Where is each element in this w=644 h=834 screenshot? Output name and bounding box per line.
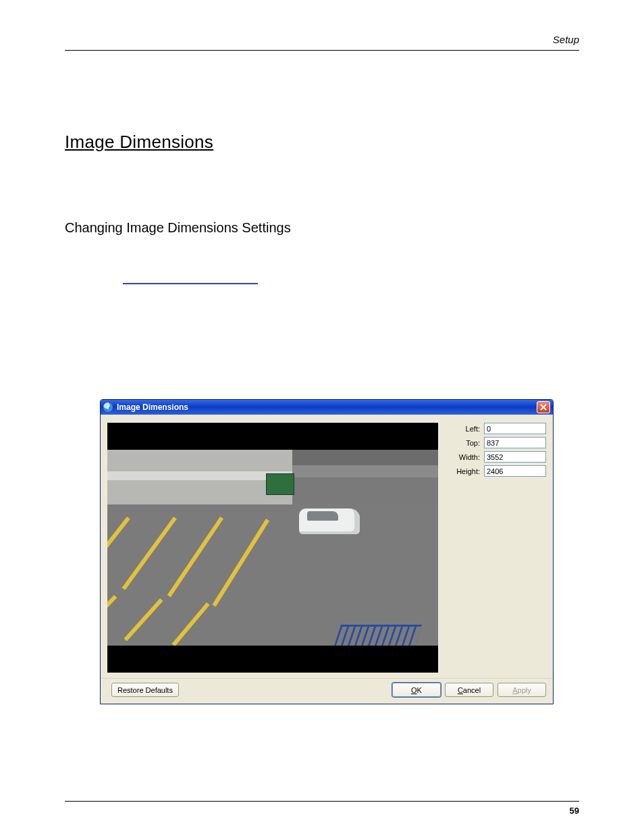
close-button[interactable] [537,401,550,413]
ok-button[interactable]: OK [392,683,441,697]
image-preview [107,423,438,673]
height-label: Height: [456,467,480,475]
dialog-title: Image Dimensions [117,402,188,412]
left-label: Left: [466,425,480,433]
heading-image-dimensions: Image Dimensions [65,132,579,153]
page-footer: 59 [65,801,579,802]
dimension-fields: Left: Top: Width: Height: [445,423,546,673]
width-input[interactable] [484,451,546,463]
top-label: Top: [466,439,480,447]
heading-changing-settings: Changing Image Dimensions Settings [65,220,579,236]
cancel-button[interactable]: Cancel [445,683,493,697]
width-label: Width: [459,453,480,461]
apply-button[interactable]: Apply [498,683,546,697]
hyperlink-placeholder[interactable] [123,283,258,284]
page-number: 59 [570,806,579,816]
image-dimensions-dialog: i Image Dimensions [100,399,554,704]
preview-scene [107,450,438,646]
close-icon [540,404,547,411]
top-input[interactable] [484,437,546,448]
header-section: Setup [553,34,579,45]
left-input[interactable] [484,423,546,434]
restore-defaults-button[interactable]: Restore Defaults [111,683,179,697]
running-header: Setup [65,34,579,51]
dialog-titlebar: i Image Dimensions [101,400,553,415]
height-input[interactable] [484,465,546,477]
info-icon: i [103,402,113,412]
